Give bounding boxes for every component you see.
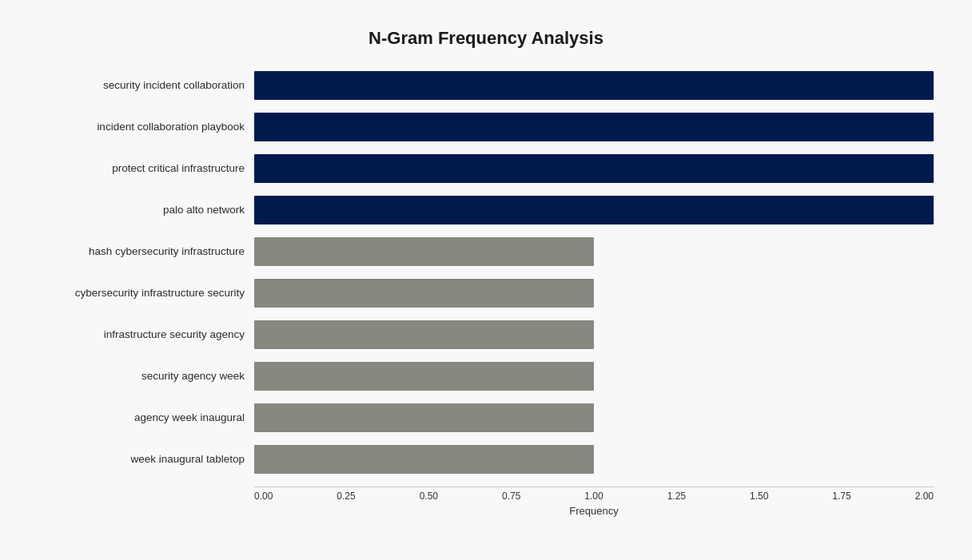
bar-row: agency week inaugural [38, 397, 934, 439]
x-axis-label: Frequency [254, 505, 934, 517]
bar-track [254, 196, 934, 224]
bar-row: week inaugural tabletop [38, 439, 934, 480]
bar-fill [254, 279, 594, 308]
x-axis: 0.000.250.500.751.001.251.501.752.00 Fre… [254, 487, 934, 517]
bar-fill [254, 196, 934, 224]
bar-fill [254, 403, 594, 432]
bar-track [254, 154, 934, 183]
bar-fill [254, 320, 594, 349]
x-tick: 1.50 [750, 490, 768, 502]
x-tick: 0.25 [337, 490, 355, 502]
bar-label: palo alto network [38, 204, 254, 216]
bar-fill [254, 237, 594, 266]
bar-row: security agency week [38, 355, 934, 397]
bar-row: cybersecurity infrastructure security [38, 272, 934, 314]
bar-row: palo alto network [38, 189, 934, 231]
x-tick: 1.75 [832, 490, 850, 502]
bar-row: hash cybersecurity infrastructure [38, 231, 934, 272]
x-tick: 1.00 [584, 490, 603, 502]
bar-label: hash cybersecurity infrastructure [38, 245, 254, 257]
bar-fill [254, 362, 594, 391]
x-tick: 1.25 [667, 490, 686, 502]
bar-track [254, 71, 934, 100]
bar-label: security incident collaboration [38, 79, 254, 91]
bar-track [254, 113, 934, 141]
x-tick: 0.75 [502, 490, 520, 502]
x-axis-ticks: 0.000.250.500.751.001.251.501.752.00 [254, 490, 934, 502]
x-tick: 0.50 [420, 490, 438, 502]
x-tick: 0.00 [254, 490, 273, 502]
bar-row: infrastructure security agency [38, 314, 934, 355]
bar-track [254, 403, 934, 432]
bar-label: week inaugural tabletop [38, 453, 254, 465]
bar-track [254, 362, 934, 391]
bar-label: security agency week [38, 370, 254, 382]
bar-label: infrastructure security agency [38, 328, 254, 340]
x-tick: 2.00 [915, 490, 934, 502]
chart-title: N-Gram Frequency Analysis [38, 28, 934, 49]
bar-row: incident collaboration playbook [38, 106, 934, 148]
bar-label: incident collaboration playbook [38, 121, 254, 133]
bar-row: protect critical infrastructure [38, 148, 934, 189]
bar-fill [254, 113, 934, 141]
chart-container: N-Gram Frequency Analysis security incid… [22, 12, 950, 549]
bar-fill [254, 154, 934, 183]
bar-track [254, 237, 934, 266]
bar-fill [254, 445, 594, 474]
chart-area: security incident collaborationincident … [38, 65, 934, 480]
bar-track [254, 445, 934, 474]
bar-track [254, 320, 934, 349]
bar-track [254, 279, 934, 308]
bar-row: security incident collaboration [38, 65, 934, 106]
bar-label: protect critical infrastructure [38, 162, 254, 174]
bar-label: agency week inaugural [38, 411, 254, 423]
bar-fill [254, 71, 934, 100]
bar-label: cybersecurity infrastructure security [38, 287, 254, 299]
